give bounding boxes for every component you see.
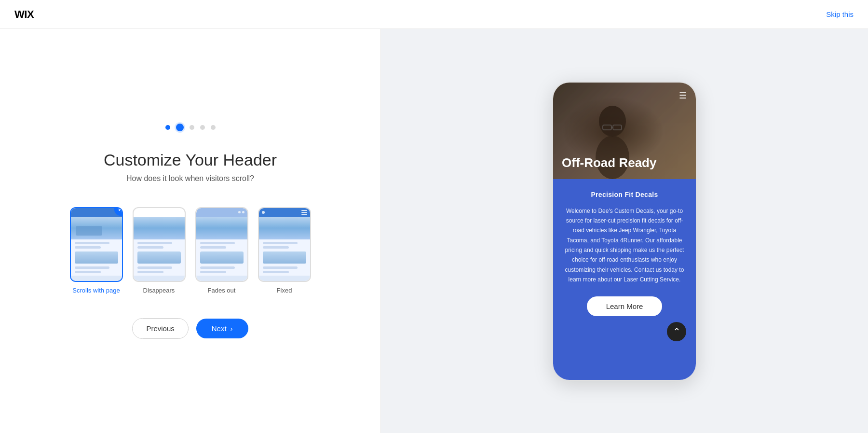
next-arrow-icon: › — [231, 324, 233, 333]
menu-icon[interactable]: ☰ — [679, 91, 687, 100]
body-subtitle: Precision Fit Decals — [591, 191, 658, 198]
scroll-up-icon: ⌃ — [673, 327, 681, 336]
dot-5[interactable] — [211, 125, 216, 130]
next-button[interactable]: Next › — [196, 319, 248, 338]
wix-logo: WIX — [14, 8, 34, 21]
option-disappears-label: Disappears — [143, 287, 175, 294]
option-scrolls-label: Scrolls with page — [72, 287, 120, 294]
option-fades[interactable]: Fades out — [195, 207, 248, 294]
main-layout: Customize Your Header How does it look w… — [0, 29, 868, 433]
dot-1 — [165, 125, 170, 130]
dot-2[interactable] — [176, 124, 184, 131]
body-text: Welcome to Dee's Custom Decals, your go-… — [563, 206, 686, 285]
learn-more-button[interactable]: Learn More — [587, 296, 663, 316]
skip-button[interactable]: Skip this — [826, 10, 854, 18]
wizard-subtitle: How does it look when visitors scroll? — [126, 174, 254, 183]
next-label: Next — [212, 324, 227, 333]
option-disappears[interactable]: Disappears — [133, 207, 186, 294]
phone-hero: ☰ Off-Road Ready — [553, 83, 696, 179]
top-bar: WIX Skip this — [0, 0, 868, 29]
option-scrolls[interactable]: ✓ Scrolls with page — [70, 207, 123, 294]
wizard-title: Customize Your Header — [104, 151, 277, 169]
nav-buttons: Previous Next › — [132, 318, 248, 339]
left-panel: Customize Your Header How does it look w… — [0, 29, 381, 433]
progress-dots — [165, 124, 216, 131]
option-fixed[interactable]: Fixed — [258, 207, 311, 294]
option-fixed-label: Fixed — [277, 287, 292, 294]
hero-title: Off-Road Ready — [562, 155, 656, 170]
option-fades-label: Fades out — [208, 287, 236, 294]
dot-4[interactable] — [200, 125, 205, 130]
svg-point-1 — [599, 106, 626, 137]
right-panel: ☰ Off-Road Ready Precision Fit Decals We… — [381, 29, 868, 433]
scroll-up-button[interactable]: ⌃ — [667, 322, 686, 341]
phone-body: Precision Fit Decals Welcome to Dee's Cu… — [553, 179, 696, 380]
header-options: ✓ Scrolls with page — [70, 207, 311, 294]
previous-button[interactable]: Previous — [132, 318, 188, 339]
phone-preview: ☰ Off-Road Ready Precision Fit Decals We… — [552, 82, 697, 381]
dot-3[interactable] — [190, 125, 194, 130]
